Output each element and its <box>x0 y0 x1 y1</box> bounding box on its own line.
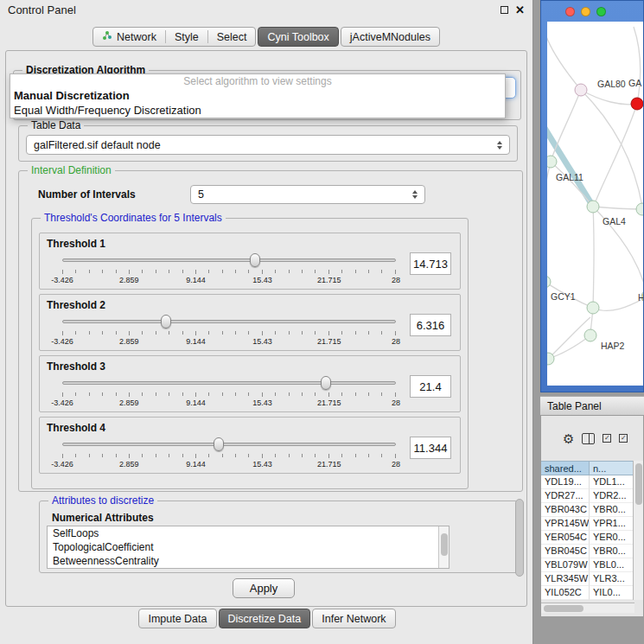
tick-mark <box>89 392 90 396</box>
table-vscroll-thumb[interactable] <box>635 463 642 505</box>
column-header-1[interactable]: shared... <box>541 461 590 475</box>
slider-track[interactable] <box>62 258 396 262</box>
slider-thumb[interactable] <box>161 315 171 328</box>
tick-mark <box>302 331 303 335</box>
tick-mark <box>262 454 263 458</box>
network-node-gal4[interactable] <box>587 201 599 213</box>
threshold-slider-2[interactable]: -3.4262.8599.14415.4321.71528 <box>62 314 396 348</box>
tick-mark <box>248 392 249 396</box>
tick-mark <box>341 331 342 335</box>
network-node-ga[interactable] <box>631 98 643 110</box>
slider-track[interactable] <box>62 381 396 385</box>
zoom-traffic-light-icon[interactable] <box>596 7 606 16</box>
dropdown-option-equal-width-frequency[interactable]: Equal Width/Frequency Discretization <box>10 103 505 118</box>
network-edge[interactable] <box>581 90 637 105</box>
table-cell: YDR2... <box>590 489 634 503</box>
table-hscroll-thumb[interactable] <box>544 605 583 612</box>
network-edge[interactable] <box>547 162 551 282</box>
panel-scrollbar[interactable] <box>515 499 524 577</box>
network-node-label: GAL4 <box>603 216 626 226</box>
slider-track[interactable] <box>62 443 396 446</box>
tick-mark <box>142 270 143 273</box>
network-node-gal11[interactable] <box>547 156 557 168</box>
float-window-icon[interactable] <box>501 6 508 14</box>
bottom-tab-discretize-data[interactable]: Discretize Data <box>219 609 311 628</box>
threshold-value-field[interactable]: 11.344 <box>410 437 451 459</box>
tick-mark <box>262 331 263 335</box>
dropdown-option-manual-discretization[interactable]: Manual Discretization <box>10 88 505 103</box>
bottom-tab-infer-network[interactable]: Infer Network <box>312 609 395 628</box>
threshold-slider-3[interactable]: -3.4262.8599.14415.4321.71528 <box>62 375 396 410</box>
network-edge[interactable] <box>548 335 590 359</box>
close-icon[interactable]: ✕ <box>515 4 525 16</box>
tick-mark <box>368 270 369 273</box>
network-node[interactable] <box>587 302 599 314</box>
columns-icon[interactable] <box>582 433 595 444</box>
tick-mark <box>381 331 382 335</box>
tick-mark <box>248 331 249 335</box>
list-scrollbar-thumb[interactable] <box>441 533 448 556</box>
table-row[interactable]: YLR345WYLR3... <box>541 572 634 586</box>
threshold-slider-1[interactable]: -3.4262.8599.14415.4321.71528 <box>62 252 396 287</box>
threshold-value-field[interactable]: 21.4 <box>410 375 451 398</box>
tab-cyni-toolbox[interactable]: Cyni Toolbox <box>258 27 338 47</box>
threshold-value-field[interactable]: 14.713 <box>410 252 451 275</box>
tab-select[interactable]: Select <box>208 28 256 46</box>
network-edge[interactable] <box>593 207 642 209</box>
tick-mark <box>315 270 316 273</box>
table-vertical-scrollbar[interactable] <box>633 461 643 600</box>
network-node-hap2[interactable] <box>584 329 596 341</box>
list-item[interactable]: SelfLoops <box>48 526 449 540</box>
table-row[interactable]: YBR045CYBR0... <box>541 545 634 558</box>
tab-style[interactable]: Style <box>166 28 207 46</box>
slider-thumb[interactable] <box>321 376 331 390</box>
tick-mark <box>395 270 396 274</box>
table-data-group: Table Data galFiltered.sif default node <box>18 125 518 162</box>
tab-network[interactable]: Network <box>93 28 165 46</box>
table-horizontal-scrollbar[interactable] <box>541 603 634 613</box>
network-node-gcy1[interactable] <box>547 276 551 288</box>
network-edge[interactable] <box>593 296 643 310</box>
threshold-slider-4[interactable]: -3.4262.8599.14415.4321.71528 <box>62 437 396 471</box>
slider-scale-labels: -3.4262.8599.14415.4321.71528 <box>62 337 396 347</box>
threshold-value-field[interactable]: 6.316 <box>410 314 451 336</box>
threshold-label: Threshold 4 <box>47 422 105 434</box>
network-canvas[interactable]: GAL80GAGAL11GAL4GCY1HAP2H <box>547 22 643 386</box>
table-data-combobox[interactable]: galFiltered.sif default node <box>26 135 510 155</box>
network-node-gal80[interactable] <box>575 84 587 96</box>
checkbox-icon-1[interactable]: ✓ <box>603 434 611 443</box>
slider-thumb[interactable] <box>214 437 224 451</box>
slider-track[interactable] <box>62 320 396 323</box>
table-row[interactable]: YER054CYER0... <box>541 531 634 545</box>
apply-button[interactable]: Apply <box>233 578 295 598</box>
table-row[interactable]: YBL079WYBL0... <box>541 558 634 572</box>
close-traffic-light-icon[interactable] <box>565 7 575 16</box>
slider-thumb[interactable] <box>250 253 260 267</box>
list-scrollbar[interactable] <box>438 526 449 568</box>
list-item[interactable]: TopologicalCoefficient <box>48 540 449 554</box>
bottom-tab-impute-data[interactable]: Impute Data <box>138 609 216 628</box>
bottom-tab-bar: Impute DataDiscretize DataInfer Network <box>0 609 532 628</box>
dropdown-placeholder: Select algorithm to view settings <box>10 74 505 88</box>
minimize-traffic-light-icon[interactable] <box>581 7 590 16</box>
number-of-intervals-combobox[interactable]: 5 <box>190 185 425 204</box>
table-row[interactable]: YIL052CYIL0... <box>541 586 634 600</box>
numerical-attributes-list[interactable]: SelfLoopsTopologicalCoefficientBetweenne… <box>47 526 450 569</box>
table-row[interactable]: YBR043CYBR0... <box>541 503 634 517</box>
network-node[interactable] <box>636 203 643 215</box>
list-item[interactable]: BetweennessCentrality <box>48 554 449 568</box>
table-row[interactable]: YPR145WYPR1... <box>541 517 634 531</box>
tab-jactivemnodules[interactable]: jActiveMNodules <box>341 27 440 47</box>
checkbox-icon-2[interactable]: ✓ <box>619 434 628 443</box>
network-edge[interactable] <box>596 104 637 201</box>
column-header-2[interactable]: n... <box>590 461 634 475</box>
gear-icon[interactable]: ⚙ <box>563 432 574 445</box>
table-row[interactable]: YDR27...YDR2... <box>541 489 634 503</box>
network-edge[interactable] <box>547 29 581 90</box>
table-cell: YDL1... <box>590 475 634 489</box>
network-edge[interactable] <box>593 207 594 308</box>
network-edge[interactable] <box>548 317 590 359</box>
network-edge[interactable] <box>634 27 640 104</box>
panel-scrollbar-thumb[interactable] <box>515 499 524 577</box>
table-row[interactable]: YDL19...YDL1... <box>541 475 634 489</box>
